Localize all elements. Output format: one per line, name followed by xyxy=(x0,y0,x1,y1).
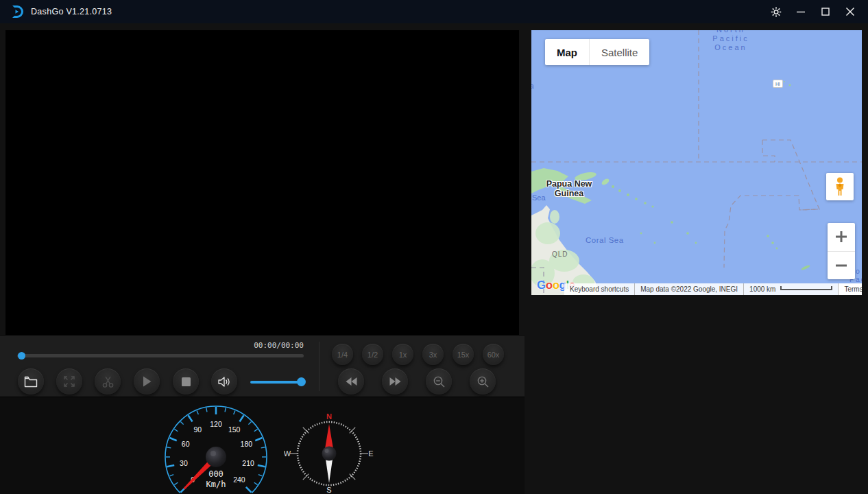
previous-file-button[interactable] xyxy=(338,368,364,395)
speed-quarter-button[interactable]: 1/4 xyxy=(332,344,353,365)
compass-west-label: W xyxy=(284,449,291,458)
speed-15x-button[interactable]: 15x xyxy=(453,344,474,365)
coral-sea-label: Coral Sea xyxy=(586,236,624,244)
map-data-attribution: Map data ©2022 Google, INEGI xyxy=(634,283,743,295)
play-button[interactable] xyxy=(134,368,160,395)
boundary-lines xyxy=(531,30,862,295)
map-viewport[interactable]: North Pacific Ocean HI Papua New Guinea … xyxy=(531,30,862,295)
ocean-label: North Pacific Ocean xyxy=(690,30,772,52)
google-logo-letter: o xyxy=(546,279,553,292)
svg-text:30: 30 xyxy=(180,459,188,467)
dashgo-window: DashGo V1.21.0713 xyxy=(0,0,868,494)
minus-icon xyxy=(835,259,847,272)
compass-east-label: E xyxy=(368,449,373,458)
speed-label: 15x xyxy=(457,351,470,359)
stop-button[interactable] xyxy=(173,368,199,395)
speed-readout: 000 xyxy=(162,469,269,479)
seek-slider-thumb[interactable] xyxy=(18,352,25,360)
compass-south-label: S xyxy=(326,486,331,494)
svg-text:150: 150 xyxy=(228,425,241,434)
window-controls xyxy=(771,6,868,17)
fullscreen-expand-icon xyxy=(63,375,75,388)
map-zoom-out-button[interactable] xyxy=(828,252,855,280)
maximize-icon[interactable] xyxy=(820,6,831,17)
scale-bar xyxy=(780,286,832,290)
speed-label: 60x xyxy=(487,351,500,359)
fullscreen-button[interactable] xyxy=(56,368,82,395)
papua-label-line: Papua New xyxy=(533,180,605,189)
terms-of-use-link[interactable]: Terms of Use xyxy=(838,283,862,295)
stop-icon xyxy=(181,377,191,387)
scale-control: 1000 km xyxy=(743,283,838,295)
speed-half-button[interactable]: 1/2 xyxy=(362,344,383,365)
volume-slider[interactable] xyxy=(250,381,304,384)
time-display: 00:00/00:00 xyxy=(192,341,304,350)
minimize-icon[interactable] xyxy=(795,6,806,17)
speed-label: 1x xyxy=(399,351,407,359)
volume-button[interactable] xyxy=(211,368,237,395)
hawaii-state-badge[interactable]: HI xyxy=(773,80,783,88)
satellite-view-button[interactable]: Satellite xyxy=(589,39,649,65)
map-view-button[interactable]: Map xyxy=(545,39,589,65)
compass-north-label: N xyxy=(326,412,332,421)
scale-text: 1000 km xyxy=(749,285,775,293)
plus-icon xyxy=(835,231,847,243)
magnifier-plus-icon xyxy=(477,375,490,388)
svg-text:180: 180 xyxy=(241,440,253,448)
cut-clip-button[interactable] xyxy=(95,368,121,395)
left-edge-label-fragment: a xyxy=(531,82,534,90)
svg-text:120: 120 xyxy=(210,420,222,428)
map-zoom-in-button[interactable] xyxy=(828,223,855,252)
google-logo-letter: G xyxy=(537,279,546,292)
map-attribution-bar: Keyboard shortcuts Map data ©2022 Google… xyxy=(564,283,862,295)
compass-gauge: N S W E xyxy=(284,410,374,494)
svg-text:90: 90 xyxy=(193,425,202,434)
keyboard-shortcuts-link[interactable]: Keyboard shortcuts xyxy=(564,283,634,295)
map-type-control: Map Satellite xyxy=(545,39,649,65)
street-view-pegman-button[interactable] xyxy=(826,173,854,200)
zoom-out-button[interactable] xyxy=(426,368,452,395)
open-file-button[interactable] xyxy=(18,368,44,395)
speed-unit: Km/h xyxy=(162,480,269,489)
speed-label: 1/2 xyxy=(367,351,378,359)
player-controls: 00:00/00:00 xyxy=(0,335,525,397)
google-logo-letter: o xyxy=(553,279,559,292)
title-bar: DashGo V1.21.0713 xyxy=(0,0,868,23)
speed-label: 1/4 xyxy=(337,351,348,359)
speed-1x-button[interactable]: 1x xyxy=(392,344,413,365)
map-canvas xyxy=(531,30,862,295)
play-icon xyxy=(141,375,152,388)
qld-label: QLD xyxy=(552,250,568,258)
pegman-icon xyxy=(834,177,846,196)
rewind-icon xyxy=(345,377,358,386)
close-icon[interactable] xyxy=(845,6,856,17)
next-file-button[interactable] xyxy=(382,368,408,395)
zoom-in-button[interactable] xyxy=(470,368,496,395)
magnifier-minus-icon xyxy=(433,375,446,388)
video-display xyxy=(5,30,519,335)
speed-3x-button[interactable]: 3x xyxy=(422,344,444,365)
volume-slider-thumb[interactable] xyxy=(297,377,306,386)
telemetry-panel: Longitude Latitude Max Speed 000.000000 … xyxy=(0,397,525,494)
svg-text:210: 210 xyxy=(242,459,254,467)
ocean-label-line: Pacific xyxy=(690,34,772,43)
folder-icon xyxy=(24,376,38,388)
app-title: DashGo V1.21.0713 xyxy=(31,7,112,16)
settings-gear-icon[interactable] xyxy=(771,6,782,17)
divider xyxy=(319,342,320,391)
seek-slider[interactable] xyxy=(17,354,304,357)
svg-text:60: 60 xyxy=(182,440,190,448)
speed-label: 3x xyxy=(429,351,437,359)
map-zoom-control xyxy=(828,223,855,279)
speaker-icon xyxy=(217,376,231,388)
ocean-label-line: Ocean xyxy=(690,43,772,52)
speed-60x-button[interactable]: 60x xyxy=(483,344,504,365)
scissors-icon xyxy=(101,375,114,388)
sea-label-fragment: Sea xyxy=(532,193,546,202)
app-logo-icon xyxy=(8,3,25,20)
fast-forward-icon xyxy=(389,377,402,386)
